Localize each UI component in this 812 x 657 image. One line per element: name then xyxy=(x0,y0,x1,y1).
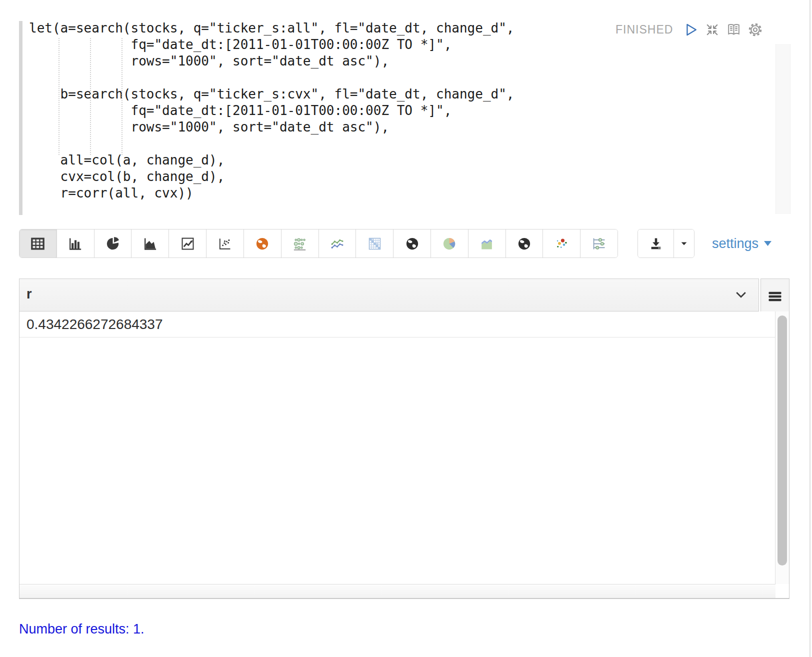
caret-down-icon xyxy=(679,238,689,248)
code-line: r=corr(all, cvx)) xyxy=(29,185,514,202)
viz-area-chart-button[interactable] xyxy=(131,230,168,258)
table-cell-value: 0.4342266272684337 xyxy=(26,316,163,332)
zeppelin-paragraph: let(a=search(stocks, q="ticker_s:all", f… xyxy=(0,0,812,657)
paragraph-status: FINISHED xyxy=(616,23,673,36)
indent-guide xyxy=(58,38,60,155)
gear-icon[interactable] xyxy=(748,22,763,38)
download-button[interactable] xyxy=(638,230,674,258)
editor-left-gutter xyxy=(19,21,22,215)
viz-pie-colored-button[interactable] xyxy=(430,230,468,258)
book-icon[interactable] xyxy=(726,22,742,38)
table-scrollbar-track[interactable] xyxy=(775,312,790,584)
code-line: let(a=search(stocks, q="ticker_s:all", f… xyxy=(29,20,514,36)
paragraph-actions xyxy=(683,22,763,38)
code-line: fq="date_dt:[2011-01-01T00:00:00Z TO *]"… xyxy=(29,36,514,53)
viz-heatmap-button[interactable] xyxy=(356,230,393,258)
indent-guide xyxy=(122,38,122,155)
editor-scrollbar[interactable] xyxy=(776,44,790,214)
caret-down-icon xyxy=(764,240,772,246)
viz-globe-orange-button[interactable] xyxy=(244,230,281,258)
code-line: cvx=col(b, change_d), xyxy=(29,168,514,185)
viz-globe-dark-button[interactable] xyxy=(506,230,543,258)
table-hscrollbar-track[interactable] xyxy=(19,584,776,599)
table-column-header[interactable]: r xyxy=(19,278,759,312)
results-count-text: Number of results: 1. xyxy=(19,622,144,637)
viz-line-chart-button[interactable] xyxy=(168,230,206,258)
download-icon xyxy=(648,236,664,251)
column-header-label: r xyxy=(26,286,32,302)
hamburger-menu-icon xyxy=(768,289,782,304)
visualization-toolbar xyxy=(19,229,618,258)
viz-globe-dark-button[interactable] xyxy=(393,230,430,258)
settings-label: settings xyxy=(712,236,758,252)
viz-parallel-coordinates-button[interactable] xyxy=(580,230,618,258)
viz-scatter-colored-button[interactable] xyxy=(542,230,580,258)
viz-dot-matrix-button[interactable] xyxy=(281,230,318,258)
viz-pie-chart-button[interactable] xyxy=(94,230,132,258)
table-menu-button[interactable] xyxy=(760,278,790,314)
page-right-border xyxy=(810,0,810,657)
table-body: 0.4342266272684337 xyxy=(19,312,775,584)
viz-bar-chart-button[interactable] xyxy=(56,230,94,258)
viz-area-colored-button[interactable] xyxy=(468,230,506,258)
code-line xyxy=(29,70,514,86)
code-line: b=search(stocks, q="ticker_s:cvx", fl="d… xyxy=(29,86,514,102)
code-line xyxy=(29,136,514,152)
download-options-button[interactable] xyxy=(674,230,694,258)
settings-toggle[interactable]: settings xyxy=(712,229,772,258)
viz-scatter-chart-button[interactable] xyxy=(206,230,244,258)
code-line: rows="1000", sort="date_dt asc"), xyxy=(29,119,514,136)
play-icon[interactable] xyxy=(683,22,698,38)
indent-guide xyxy=(90,38,91,155)
table-scrollbar-thumb[interactable] xyxy=(778,316,787,566)
code-line: rows="1000", sort="date_dt asc"), xyxy=(29,53,514,70)
code-line: fq="date_dt:[2011-01-01T00:00:00Z TO *]"… xyxy=(29,102,514,119)
chevron-down-icon[interactable] xyxy=(736,292,746,298)
compress-icon[interactable] xyxy=(704,22,720,38)
table-row[interactable]: 0.4342266272684337 xyxy=(20,312,775,338)
code-line: all=col(a, change_d), xyxy=(29,152,514,168)
viz-multi-line-chart-button[interactable] xyxy=(318,230,356,258)
paragraph-code-editor[interactable]: let(a=search(stocks, q="ticker_s:all", f… xyxy=(29,20,514,202)
viz-table-button[interactable] xyxy=(20,230,56,258)
download-button-group xyxy=(638,229,694,258)
table-scroll-corner xyxy=(776,584,790,599)
